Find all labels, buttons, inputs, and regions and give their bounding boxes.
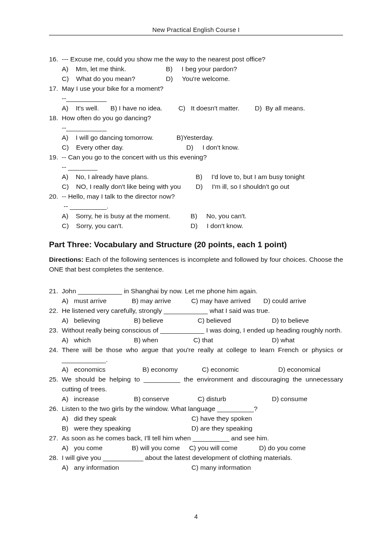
q26-d: D) are they speaking — [191, 425, 252, 432]
q17-d: D) By all means. — [255, 104, 305, 112]
q26-c: C) have they spoken — [191, 415, 252, 422]
q19-options-row2: C) NO, I really don't like being with yo… — [49, 182, 343, 191]
q17-text: May I use your bike for a moment? — [62, 84, 343, 93]
directions-text: Each of the following sentences is incom… — [49, 256, 343, 273]
q21-text: John ____________ in Shanghai by now. Le… — [62, 286, 343, 296]
q18-b: B)Yesterday. — [176, 134, 213, 141]
q23-b: B) when — [134, 335, 191, 345]
q16-options-row1: A) Mm, let me think. B) I beg your pardo… — [49, 64, 343, 74]
q16-num: 16. — [49, 54, 62, 64]
q19-c: C) NO, I really don't like being with yo… — [62, 182, 194, 191]
q17-a: A) It's well. — [62, 103, 109, 113]
q24-d: D) economical — [278, 366, 320, 373]
question-21: 21. John ____________ in Shanghai by now… — [49, 286, 343, 296]
q19-b: B) I'd love to, but I am busy tonight — [196, 173, 304, 180]
q27-text: As soon as he comes back, I'll tell him … — [62, 433, 343, 443]
q22-c: C) believed — [198, 315, 270, 325]
q21-options: A) must arrive B) may arrive C) may have… — [49, 296, 343, 306]
q24-c: C) economic — [202, 364, 277, 374]
q27-d: D) do you come — [259, 444, 306, 451]
q17-c: C) It doesn't matter. — [179, 103, 253, 113]
q18-c: C) Every other day. — [62, 142, 184, 152]
q22-d: D) to believe — [272, 317, 309, 324]
q24-text: There will be those who argue that you'r… — [62, 345, 343, 364]
q16-c: C) What do you mean? — [62, 74, 164, 84]
q16-d: D) You're welcome. — [166, 75, 230, 82]
question-17: 17. May I use your bike for a moment? — [49, 84, 343, 93]
page-header: New Practical English Course I — [49, 26, 343, 33]
q21-a: A) must arrive — [62, 296, 130, 306]
q27-a: A) you come — [62, 443, 130, 453]
q27-num: 27. — [49, 433, 62, 443]
question-24: 24. There will be those who argue that y… — [49, 345, 343, 364]
question-28: 28. I will give you ___________ about th… — [49, 453, 343, 462]
q23-c: C) that — [193, 335, 270, 345]
q20-c: C) Sorry, you can't. — [62, 221, 189, 231]
question-20: 20. -- Hello, may I talk to the director… — [49, 191, 343, 201]
q25-num: 25. — [49, 374, 62, 394]
q20-d: D) I don't know. — [190, 222, 243, 229]
q22-b: B) believe — [134, 315, 196, 325]
q26-text: Listen to the two girls by the window. W… — [62, 404, 343, 413]
document-page: New Practical English Course I 16. --- E… — [0, 0, 392, 555]
q18-num: 18. — [49, 113, 62, 123]
q17-num: 17. — [49, 84, 62, 93]
q24-a: A) economics — [62, 364, 141, 374]
q18-text: How often do you go dancing? — [62, 113, 343, 123]
part-three-directions: Directions: Each of the following senten… — [49, 254, 343, 274]
q23-options: A) which B) when C) that D) what — [49, 335, 343, 345]
q26-b: B) were they speaking — [62, 423, 190, 433]
q19-num: 19. — [49, 152, 62, 162]
q18-a: A) I will go dancing tomorrow. — [62, 133, 175, 142]
q24-options: A) economics B) economy C) economic D) e… — [49, 364, 343, 374]
q17-blank: --___________ — [49, 93, 343, 103]
q25-b: B) conserve — [134, 394, 196, 404]
q19-a: A) No, I already have plans. — [62, 172, 194, 182]
q20-text: -- Hello, may I talk to the director now… — [62, 191, 343, 201]
q20-blank: -- __________. — [49, 201, 343, 211]
q16-b: B) I beg your pardon? — [166, 65, 237, 72]
q18-options-row1: A) I will go dancing tomorrow. B)Yesterd… — [49, 133, 343, 142]
question-22: 22. He listened very carefully, strongly… — [49, 306, 343, 315]
directions-label: Directions: — [49, 256, 84, 263]
q20-options-row2: C) Sorry, you can't. D) I don't know. — [49, 221, 343, 231]
q18-options-row2: C) Every other day. D) I don't know. — [49, 142, 343, 152]
q16-options-row2: C) What do you mean? D) You're welcome. — [49, 74, 343, 84]
q16-a: A) Mm, let me think. — [62, 64, 164, 74]
q24-b: B) economy — [142, 364, 200, 374]
q23-a: A) which — [62, 335, 132, 345]
question-23: 23. Without really being conscious of __… — [49, 325, 343, 335]
question-27: 27. As soon as he comes back, I'll tell … — [49, 433, 343, 443]
q21-c: C) may have arrived — [191, 296, 262, 306]
q23-num: 23. — [49, 325, 62, 335]
q18-blank: --___________ — [49, 123, 343, 133]
q23-d: D) what — [272, 336, 294, 344]
q19-text: -- Can you go to the concert with us thi… — [62, 152, 343, 162]
header-rule — [49, 35, 343, 35]
q26-a: A) did they speak — [62, 413, 190, 423]
q28-num: 28. — [49, 453, 62, 462]
q25-text: We should be helping to __________ the e… — [62, 374, 343, 394]
q25-a: A) increase — [62, 394, 132, 404]
q19-d: D) I'm ill, so I shouldn't go out — [196, 183, 289, 190]
q22-num: 22. — [49, 306, 62, 315]
q25-c: C) disturb — [198, 394, 270, 404]
q18-d: D) I don't know. — [186, 144, 239, 151]
q25-d: D) consume — [272, 395, 308, 402]
q17-options: A) It's well. B) I have no idea. C) It d… — [49, 103, 343, 113]
q28-options: A) any information C) many information — [49, 462, 343, 472]
q19-blank: -- ________ — [49, 162, 343, 172]
q27-options: A) you come B) will you come C) you will… — [49, 443, 343, 453]
q28-c: C) many information — [191, 464, 251, 471]
q26-options-row1: A) did they speak C) have they spoken — [49, 413, 343, 423]
q20-a: A) Sorry, he is busy at the moment. — [62, 211, 189, 221]
page-number: 4 — [0, 513, 392, 520]
question-26: 26. Listen to the two girls by the windo… — [49, 404, 343, 413]
q26-num: 26. — [49, 404, 62, 413]
q20-num: 20. — [49, 191, 62, 201]
q16-text: --- Excuse me, could you show me the way… — [62, 54, 343, 64]
q25-options: A) increase B) conserve C) disturb D) co… — [49, 394, 343, 404]
question-19: 19. -- Can you go to the concert with us… — [49, 152, 343, 162]
q20-options-row1: A) Sorry, he is busy at the moment. B) N… — [49, 211, 343, 221]
q22-options: A) believing B) believe C) believed D) t… — [49, 315, 343, 325]
